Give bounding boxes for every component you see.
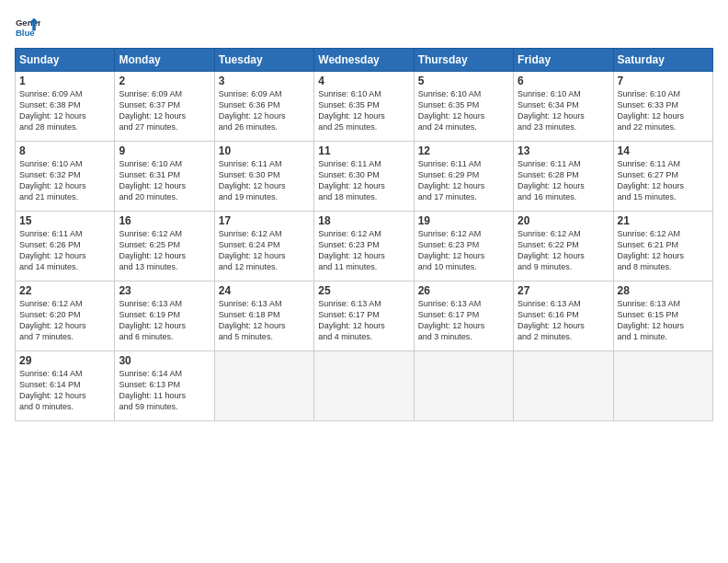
- day-info: Sunrise: 6:11 AMSunset: 6:29 PMDaylight:…: [418, 159, 485, 201]
- day-cell-23: 23 Sunrise: 6:13 AMSunset: 6:19 PMDaylig…: [115, 282, 214, 351]
- day-info: Sunrise: 6:09 AMSunset: 6:37 PMDaylight:…: [119, 89, 186, 132]
- empty-cell: [314, 351, 414, 421]
- day-cell-3: 3 Sunrise: 6:09 AMSunset: 6:36 PMDayligh…: [214, 72, 313, 142]
- day-cell-26: 26 Sunrise: 6:13 AMSunset: 6:17 PMDaylig…: [414, 282, 513, 351]
- day-info: Sunrise: 6:12 AMSunset: 6:22 PMDaylight:…: [518, 229, 585, 271]
- day-number: 11: [318, 144, 409, 157]
- day-cell-16: 16 Sunrise: 6:12 AMSunset: 6:25 PMDaylig…: [115, 212, 214, 282]
- week-row-4: 22 Sunrise: 6:12 AMSunset: 6:20 PMDaylig…: [16, 282, 713, 351]
- day-info: Sunrise: 6:10 AMSunset: 6:32 PMDaylight:…: [19, 159, 86, 201]
- day-info: Sunrise: 6:12 AMSunset: 6:20 PMDaylight:…: [19, 299, 86, 341]
- column-header-thursday: Thursday: [414, 49, 513, 72]
- day-number: 15: [19, 214, 110, 227]
- day-number: 3: [219, 75, 310, 87]
- day-number: 26: [418, 284, 509, 297]
- day-info: Sunrise: 6:11 AMSunset: 6:26 PMDaylight:…: [19, 229, 86, 271]
- day-number: 4: [318, 75, 409, 87]
- day-info: Sunrise: 6:11 AMSunset: 6:30 PMDaylight:…: [219, 159, 286, 201]
- calendar-table: SundayMondayTuesdayWednesdayThursdayFrid…: [15, 48, 713, 421]
- day-cell-14: 14 Sunrise: 6:11 AMSunset: 6:27 PMDaylig…: [613, 142, 712, 212]
- day-cell-15: 15 Sunrise: 6:11 AMSunset: 6:26 PMDaylig…: [16, 212, 115, 282]
- day-number: 6: [518, 75, 609, 87]
- day-number: 14: [618, 144, 709, 157]
- column-header-wednesday: Wednesday: [314, 49, 414, 72]
- day-cell-20: 20 Sunrise: 6:12 AMSunset: 6:22 PMDaylig…: [514, 212, 613, 282]
- day-cell-10: 10 Sunrise: 6:11 AMSunset: 6:30 PMDaylig…: [214, 142, 313, 212]
- day-info: Sunrise: 6:13 AMSunset: 6:17 PMDaylight:…: [318, 299, 385, 341]
- day-info: Sunrise: 6:10 AMSunset: 6:33 PMDaylight:…: [618, 89, 685, 132]
- empty-cell: [214, 351, 313, 421]
- day-info: Sunrise: 6:13 AMSunset: 6:17 PMDaylight:…: [418, 299, 485, 341]
- day-cell-6: 6 Sunrise: 6:10 AMSunset: 6:34 PMDayligh…: [514, 72, 613, 142]
- day-info: Sunrise: 6:13 AMSunset: 6:16 PMDaylight:…: [518, 299, 585, 341]
- day-cell-24: 24 Sunrise: 6:13 AMSunset: 6:18 PMDaylig…: [214, 282, 313, 351]
- day-cell-4: 4 Sunrise: 6:10 AMSunset: 6:35 PMDayligh…: [314, 72, 414, 142]
- day-cell-9: 9 Sunrise: 6:10 AMSunset: 6:31 PMDayligh…: [115, 142, 214, 212]
- day-number: 16: [119, 214, 210, 227]
- day-info: Sunrise: 6:09 AMSunset: 6:36 PMDaylight:…: [219, 89, 286, 132]
- day-cell-1: 1 Sunrise: 6:09 AMSunset: 6:38 PMDayligh…: [16, 72, 115, 142]
- day-cell-12: 12 Sunrise: 6:11 AMSunset: 6:29 PMDaylig…: [414, 142, 513, 212]
- column-header-friday: Friday: [514, 49, 613, 72]
- day-cell-29: 29 Sunrise: 6:14 AMSunset: 6:14 PMDaylig…: [16, 351, 115, 421]
- day-info: Sunrise: 6:14 AMSunset: 6:13 PMDaylight:…: [119, 369, 186, 411]
- day-cell-25: 25 Sunrise: 6:13 AMSunset: 6:17 PMDaylig…: [314, 282, 414, 351]
- day-cell-22: 22 Sunrise: 6:12 AMSunset: 6:20 PMDaylig…: [16, 282, 115, 351]
- day-number: 10: [219, 144, 310, 157]
- empty-cell: [514, 351, 613, 421]
- svg-text:Blue: Blue: [16, 28, 35, 38]
- day-info: Sunrise: 6:10 AMSunset: 6:31 PMDaylight:…: [119, 159, 186, 201]
- day-number: 13: [518, 144, 609, 157]
- day-info: Sunrise: 6:12 AMSunset: 6:23 PMDaylight:…: [318, 229, 385, 271]
- day-cell-18: 18 Sunrise: 6:12 AMSunset: 6:23 PMDaylig…: [314, 212, 414, 282]
- day-number: 19: [418, 214, 509, 227]
- day-cell-17: 17 Sunrise: 6:12 AMSunset: 6:24 PMDaylig…: [214, 212, 313, 282]
- day-info: Sunrise: 6:13 AMSunset: 6:15 PMDaylight:…: [618, 299, 685, 341]
- day-info: Sunrise: 6:14 AMSunset: 6:14 PMDaylight:…: [19, 369, 86, 411]
- week-row-3: 15 Sunrise: 6:11 AMSunset: 6:26 PMDaylig…: [16, 212, 713, 282]
- day-number: 12: [418, 144, 509, 157]
- day-cell-2: 2 Sunrise: 6:09 AMSunset: 6:37 PMDayligh…: [115, 72, 214, 142]
- day-cell-30: 30 Sunrise: 6:14 AMSunset: 6:13 PMDaylig…: [115, 351, 214, 421]
- day-info: Sunrise: 6:13 AMSunset: 6:19 PMDaylight:…: [119, 299, 186, 341]
- day-number: 27: [518, 284, 609, 297]
- day-number: 9: [119, 144, 210, 157]
- day-info: Sunrise: 6:09 AMSunset: 6:38 PMDaylight:…: [19, 89, 86, 132]
- day-info: Sunrise: 6:10 AMSunset: 6:35 PMDaylight:…: [418, 89, 485, 132]
- day-cell-21: 21 Sunrise: 6:12 AMSunset: 6:21 PMDaylig…: [613, 212, 712, 282]
- day-number: 21: [618, 214, 709, 227]
- day-info: Sunrise: 6:11 AMSunset: 6:28 PMDaylight:…: [518, 159, 585, 201]
- day-info: Sunrise: 6:11 AMSunset: 6:30 PMDaylight:…: [318, 159, 385, 201]
- day-number: 2: [119, 75, 210, 87]
- week-row-2: 8 Sunrise: 6:10 AMSunset: 6:32 PMDayligh…: [16, 142, 713, 212]
- day-number: 8: [19, 144, 110, 157]
- day-info: Sunrise: 6:10 AMSunset: 6:35 PMDaylight:…: [318, 89, 385, 132]
- day-info: Sunrise: 6:12 AMSunset: 6:24 PMDaylight:…: [219, 229, 286, 271]
- logo-icon: General Blue: [15, 15, 40, 40]
- day-cell-5: 5 Sunrise: 6:10 AMSunset: 6:35 PMDayligh…: [414, 72, 513, 142]
- day-info: Sunrise: 6:13 AMSunset: 6:18 PMDaylight:…: [219, 299, 286, 341]
- day-number: 17: [219, 214, 310, 227]
- day-cell-13: 13 Sunrise: 6:11 AMSunset: 6:28 PMDaylig…: [514, 142, 613, 212]
- day-number: 5: [418, 75, 509, 87]
- column-header-sunday: Sunday: [16, 49, 115, 72]
- day-number: 7: [618, 75, 709, 87]
- empty-cell: [414, 351, 513, 421]
- column-header-tuesday: Tuesday: [214, 49, 313, 72]
- day-number: 30: [119, 354, 210, 367]
- week-row-1: 1 Sunrise: 6:09 AMSunset: 6:38 PMDayligh…: [16, 72, 713, 142]
- day-number: 28: [618, 284, 709, 297]
- empty-cell: [613, 351, 712, 421]
- day-info: Sunrise: 6:11 AMSunset: 6:27 PMDaylight:…: [618, 159, 685, 201]
- day-number: 25: [318, 284, 409, 297]
- day-cell-27: 27 Sunrise: 6:13 AMSunset: 6:16 PMDaylig…: [514, 282, 613, 351]
- day-info: Sunrise: 6:12 AMSunset: 6:21 PMDaylight:…: [618, 229, 685, 271]
- day-number: 18: [318, 214, 409, 227]
- day-number: 22: [19, 284, 110, 297]
- day-number: 20: [518, 214, 609, 227]
- day-cell-8: 8 Sunrise: 6:10 AMSunset: 6:32 PMDayligh…: [16, 142, 115, 212]
- logo: General Blue: [15, 15, 44, 40]
- column-header-monday: Monday: [115, 49, 214, 72]
- week-row-5: 29 Sunrise: 6:14 AMSunset: 6:14 PMDaylig…: [16, 351, 713, 421]
- column-header-saturday: Saturday: [613, 49, 712, 72]
